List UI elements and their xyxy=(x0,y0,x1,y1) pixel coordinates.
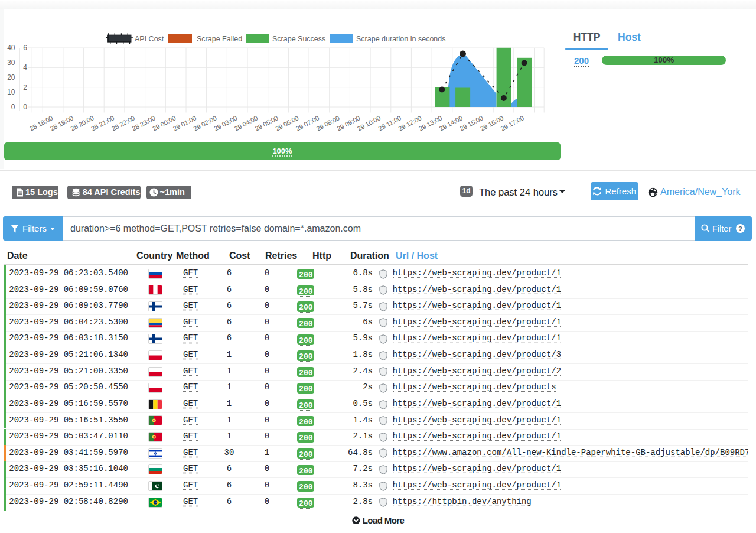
svg-text:29 17:00: 29 17:00 xyxy=(500,114,525,132)
svg-text:29 10:00: 29 10:00 xyxy=(356,114,382,132)
svg-text:Scrape duration in seconds: Scrape duration in seconds xyxy=(356,35,445,43)
svg-text:10: 10 xyxy=(7,88,15,96)
svg-text:0: 0 xyxy=(23,103,27,111)
svg-text:API Cost: API Cost xyxy=(135,35,164,43)
svg-text:Scrape Failed: Scrape Failed xyxy=(197,35,242,43)
svg-text:40: 40 xyxy=(7,44,15,52)
svg-text:0: 0 xyxy=(11,103,15,111)
svg-text:6: 6 xyxy=(23,44,27,52)
svg-text:2: 2 xyxy=(23,83,27,92)
svg-text:4: 4 xyxy=(23,63,27,72)
svg-text:30: 30 xyxy=(7,58,15,67)
svg-text:Scrape Success: Scrape Success xyxy=(272,35,325,43)
svg-text:20: 20 xyxy=(7,73,15,82)
